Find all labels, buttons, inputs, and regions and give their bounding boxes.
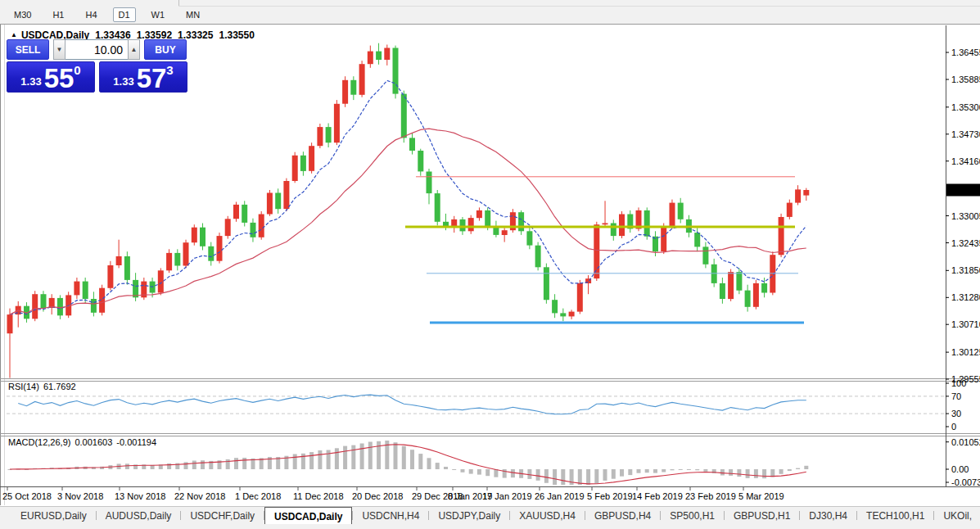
macd-caption: MACD(12,26,9)0.001603-0.001194 <box>8 437 160 447</box>
timeframe-button-h1[interactable]: H1 <box>47 7 70 22</box>
chart-tab-gbpusd-h4[interactable]: GBPUSD,H4 <box>585 507 660 524</box>
buy-price-display[interactable]: 1.33573 <box>99 61 187 93</box>
timeframe-toolbar: M30H1H4D1W1MN <box>0 0 980 25</box>
volume-increase-button[interactable]: ▲ <box>128 39 140 60</box>
rsi-label: RSI(14) <box>8 382 39 391</box>
volume-field-wrap <box>65 39 128 60</box>
current-price-marker: 1.33550 <box>946 184 980 197</box>
chart-tab-gbpusd-h1[interactable]: GBPUSD,H1 <box>725 507 799 524</box>
svg-text:1.36455: 1.36455 <box>951 47 980 57</box>
chart-tab-usdchf-daily[interactable]: USDCHF,Daily <box>181 507 264 524</box>
svg-text:1.34160: 1.34160 <box>951 156 980 166</box>
svg-text:22 Nov 2018: 22 Nov 2018 <box>174 491 225 501</box>
buy-button[interactable]: BUY <box>144 39 187 60</box>
macd-signal-line <box>10 445 806 484</box>
macd-label: MACD(12,26,9) <box>8 437 70 447</box>
sell-price-sup: 0 <box>74 63 80 77</box>
timeframe-button-d1[interactable]: D1 <box>113 7 136 22</box>
chart-tab-sp500-h1[interactable]: SP500,H1 <box>661 507 724 524</box>
svg-text:20 Dec 2018: 20 Dec 2018 <box>352 491 403 501</box>
sell-button[interactable]: SELL <box>7 39 49 60</box>
svg-text:0.010525: 0.010525 <box>951 437 980 447</box>
chart-tab-usdcnh-h4[interactable]: USDCNH,H4 <box>353 507 428 524</box>
chart-tab-audusd-daily[interactable]: AUDUSD,Daily <box>97 507 181 524</box>
status-strip <box>0 524 980 529</box>
svg-text:1.32435: 1.32435 <box>951 238 980 248</box>
rsi-line <box>18 395 806 414</box>
rsi-axis[interactable]: 10070300 <box>946 378 966 432</box>
macd-panel <box>8 441 809 485</box>
spinner-down-icon: ▼ <box>56 46 63 53</box>
svg-text:100: 100 <box>951 378 966 388</box>
svg-text:1.31850: 1.31850 <box>951 265 980 275</box>
chart-tab-usdjpy-daily[interactable]: USDJPY,Daily <box>429 507 509 524</box>
ohlc-close: 1.33550 <box>219 29 254 41</box>
chart-tab-xauusd-h4[interactable]: XAUUSD,H4 <box>510 507 585 524</box>
trading-terminal-window: M30H1H4D1W1MN 1.364551.358851.353001.347… <box>0 0 980 529</box>
timeframe-button-m30[interactable]: M30 <box>8 7 37 22</box>
svg-text:30: 30 <box>951 409 961 418</box>
svg-text:13 Nov 2018: 13 Nov 2018 <box>115 491 165 501</box>
svg-text:3 Nov 2018: 3 Nov 2018 <box>57 491 103 501</box>
sell-price-prefix: 1.33 <box>20 75 41 88</box>
timeframe-button-h4[interactable]: H4 <box>79 7 102 22</box>
rsi-panel <box>7 395 946 414</box>
svg-text:11 Dec 2018: 11 Dec 2018 <box>293 491 344 501</box>
svg-text:1.34730: 1.34730 <box>951 129 980 139</box>
volume-input[interactable] <box>65 40 128 59</box>
chart-tab-bar: EURUSD,DailyAUDUSD,DailyUSDCHF,DailyUSDC… <box>0 506 980 524</box>
chart-tab-eurusd-daily[interactable]: EURUSD,Daily <box>11 507 96 524</box>
svg-text:25 Oct 2018: 25 Oct 2018 <box>2 491 52 501</box>
one-click-trade-panel: SELL ▼ ▲ BUY 1.33550 1.33573 <box>7 39 188 93</box>
svg-text:-0.0073: -0.0073 <box>951 477 980 487</box>
toolbar-hairline <box>178 6 980 7</box>
svg-text:1.30125: 1.30125 <box>951 347 980 357</box>
svg-text:0: 0 <box>951 422 956 432</box>
sell-price-display[interactable]: 1.33550 <box>7 61 95 93</box>
svg-text:14 Feb 2019: 14 Feb 2019 <box>632 491 683 501</box>
toolbar-divider <box>178 0 179 6</box>
svg-text:1.35300: 1.35300 <box>951 102 980 112</box>
chart-tab-usdcad-daily[interactable]: USDCAD,Daily <box>264 507 352 524</box>
svg-text:17 Jan 2019: 17 Jan 2019 <box>482 491 532 501</box>
buy-price-prefix: 1.33 <box>113 75 133 88</box>
svg-text:1.31280: 1.31280 <box>951 292 980 302</box>
timeframe-button-group: M30H1H4D1W1MN <box>8 6 205 23</box>
svg-text:5 Mar 2019: 5 Mar 2019 <box>738 491 784 501</box>
svg-text:5 Feb 2019: 5 Feb 2019 <box>587 491 633 501</box>
buy-price-big: 57 <box>137 67 167 90</box>
timeframe-button-w1[interactable]: W1 <box>146 7 171 22</box>
svg-text:0.00: 0.00 <box>951 464 969 474</box>
chart-tab-ukoil[interactable]: UKOil, <box>934 507 980 524</box>
svg-text:26 Jan 2019: 26 Jan 2019 <box>535 491 585 501</box>
rsi-value: 61.7692 <box>43 382 76 391</box>
sell-price-big: 55 <box>44 67 75 90</box>
svg-text:1.33550: 1.33550 <box>949 185 980 195</box>
buy-price-sup: 3 <box>166 63 173 77</box>
svg-text:1.33005: 1.33005 <box>951 211 980 221</box>
chart-tab-dj30-h4[interactable]: DJ30,H4 <box>800 507 856 524</box>
svg-text:70: 70 <box>951 391 961 401</box>
svg-text:1 Dec 2018: 1 Dec 2018 <box>235 491 281 501</box>
svg-text:1.30710: 1.30710 <box>951 319 980 329</box>
collapse-triangle-icon[interactable]: ▲ <box>11 31 17 38</box>
macd-axis[interactable]: 0.0105250.00-0.0073 <box>946 437 980 487</box>
price-axis[interactable]: 1.364551.358851.353001.347301.341601.330… <box>946 47 980 384</box>
svg-text:1.35885: 1.35885 <box>951 75 980 84</box>
rsi-caption: RSI(14)61.7692 <box>8 382 80 391</box>
timeframe-button-mn[interactable]: MN <box>180 7 205 22</box>
macd-signal-value: -0.001194 <box>116 437 156 447</box>
chart-tab-tech100-h1[interactable]: TECH100,H1 <box>857 507 933 524</box>
volume-decrease-button[interactable]: ▼ <box>53 39 65 60</box>
macd-value: 0.001603 <box>75 437 112 447</box>
date-axis[interactable]: 25 Oct 20183 Nov 201813 Nov 201822 Nov 2… <box>2 487 784 501</box>
svg-text:23 Feb 2019: 23 Feb 2019 <box>685 491 736 501</box>
spinner-up-icon: ▲ <box>131 46 138 53</box>
